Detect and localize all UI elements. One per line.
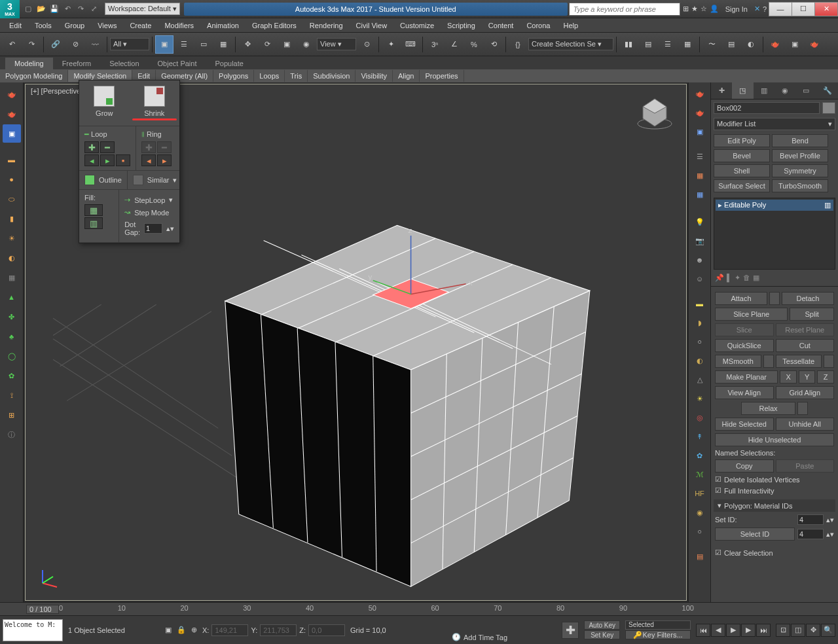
- teapot-icon[interactable]: 🫖: [3, 85, 21, 103]
- sphere-b-icon[interactable]: ◉: [691, 504, 708, 521]
- attach-button[interactable]: Attach: [715, 292, 767, 305]
- aperture-icon[interactable]: ✿: [3, 367, 21, 385]
- close-button[interactable]: ✕: [814, 2, 838, 16]
- xview-button[interactable]: ◫: [791, 624, 805, 637]
- shrink-button[interactable]: Shrink: [130, 80, 180, 126]
- percent-snap-button[interactable]: %: [465, 35, 483, 54]
- loop-extright[interactable]: ▸: [100, 154, 115, 166]
- msmooth-settings[interactable]: [763, 355, 774, 368]
- face2-icon[interactable]: ☺: [691, 270, 708, 287]
- bulb-yellow-icon[interactable]: 💡: [691, 213, 708, 230]
- unhideall-button[interactable]: Unhide All: [776, 418, 835, 431]
- sliceplane-button[interactable]: Slice Plane: [715, 308, 788, 321]
- target-icon[interactable]: ◎: [691, 409, 708, 426]
- subtab-subdivision[interactable]: Subdivision: [308, 70, 355, 82]
- modbtn-symmetry[interactable]: Symmetry: [772, 164, 828, 177]
- info-icon[interactable]: ⓘ: [3, 425, 21, 444]
- keyfilters-button[interactable]: 🔑 Key Filters...: [625, 630, 691, 639]
- zoom-button[interactable]: 🔍: [821, 624, 835, 637]
- minimize-button[interactable]: —: [769, 2, 792, 16]
- planar-x-button[interactable]: X: [780, 370, 797, 384]
- add-time-tag[interactable]: Add Time Tag: [464, 634, 507, 641]
- teapot-orange-icon[interactable]: 🫖: [691, 104, 708, 121]
- setid-input[interactable]: [797, 514, 824, 525]
- clear-selection-checkbox[interactable]: ☑Clear Selection: [715, 548, 834, 557]
- dome-icon[interactable]: ◗: [691, 314, 708, 331]
- help-icon[interactable]: ?: [763, 5, 767, 13]
- menu-modifiers[interactable]: Modifiers: [158, 20, 200, 31]
- new-icon[interactable]: ▢: [22, 3, 34, 15]
- utilities-tab[interactable]: 🔧: [817, 82, 838, 99]
- set-key-big[interactable]: ✚: [562, 622, 579, 639]
- unique-icon[interactable]: ✦: [735, 274, 740, 282]
- hideunselected-button[interactable]: Hide Unselected: [715, 433, 834, 446]
- rectangle-select-button[interactable]: ▭: [194, 35, 213, 54]
- setkey-button[interactable]: Set Key: [584, 630, 620, 639]
- teapot-white-icon[interactable]: 🫖: [691, 85, 708, 102]
- tessellate-button[interactable]: Tessellate: [776, 355, 822, 368]
- curve-editor-button[interactable]: 〜: [702, 35, 721, 54]
- planar-y-button[interactable]: Y: [799, 370, 816, 384]
- display-tab[interactable]: ▭: [795, 82, 816, 99]
- timeline[interactable]: 0 / 100 0102030405060708090100: [0, 603, 838, 616]
- mirror-button[interactable]: ▮▮: [619, 35, 638, 54]
- loop-extleft[interactable]: ◂: [84, 154, 99, 166]
- modbtn-bend[interactable]: Bend: [772, 134, 828, 147]
- schematic-button[interactable]: ▤: [722, 35, 740, 54]
- link-icon[interactable]: ⤢: [88, 3, 100, 15]
- autokey-button[interactable]: Auto Key: [584, 620, 620, 630]
- modbtn-turbosmooth[interactable]: TurboSmooth: [772, 179, 828, 192]
- tab-modeling[interactable]: Modeling: [5, 58, 53, 69]
- modifier-list-dropdown[interactable]: Modifier List▾: [714, 118, 835, 130]
- face-icon[interactable]: ☻: [691, 251, 708, 268]
- pivot-button[interactable]: ⊙: [357, 35, 376, 54]
- redo-icon[interactable]: ↷: [75, 3, 86, 15]
- tessellate-settings[interactable]: [824, 355, 834, 368]
- selectid-button[interactable]: Select ID: [715, 528, 795, 541]
- angle-snap-button[interactable]: ∠: [445, 35, 464, 54]
- placement-button[interactable]: ◉: [297, 35, 316, 54]
- object-name-input[interactable]: [714, 102, 820, 114]
- modbtn-shell[interactable]: Shell: [714, 164, 770, 177]
- grass-icon[interactable]: ℳ: [691, 466, 708, 483]
- search-input[interactable]: [569, 3, 680, 16]
- goto-end-button[interactable]: ⏭: [756, 624, 771, 637]
- sun-icon[interactable]: ☀: [691, 390, 708, 407]
- timetag-icon[interactable]: 🕐: [452, 633, 461, 641]
- rotate-button[interactable]: ⟳: [258, 35, 276, 54]
- dotgap-input[interactable]: [144, 223, 162, 234]
- menu-animation[interactable]: Animation: [200, 20, 246, 31]
- select-name-button[interactable]: ☰: [175, 35, 193, 54]
- menu-create[interactable]: Create: [123, 20, 158, 31]
- cone-icon[interactable]: △: [691, 371, 708, 388]
- menu-help[interactable]: Help: [556, 20, 585, 31]
- move-button[interactable]: ✥: [238, 35, 257, 54]
- clover-icon[interactable]: ✤: [3, 308, 21, 326]
- menu-tools[interactable]: Tools: [28, 20, 58, 31]
- remove-icon[interactable]: 🗑: [743, 274, 750, 282]
- ring-extleft[interactable]: ◂: [141, 154, 156, 166]
- show-icon[interactable]: ▌: [727, 274, 732, 282]
- maxscript-prompt[interactable]: Welcome to M:: [3, 619, 63, 641]
- scale-button[interactable]: ▣: [278, 35, 296, 54]
- subtab-polygons[interactable]: Polygons: [213, 70, 254, 82]
- play-button[interactable]: ▶: [726, 624, 740, 637]
- stack-item-editablepoly[interactable]: ▸ Editable Poly ▥: [716, 200, 833, 211]
- gear-blue-icon[interactable]: ✿: [691, 447, 708, 464]
- panel-icon[interactable]: ▤: [691, 548, 708, 565]
- redo-button[interactable]: ↷: [22, 35, 41, 54]
- tab-freeform[interactable]: Freeform: [53, 58, 101, 69]
- sign-in-link[interactable]: Sign In: [721, 5, 752, 13]
- delete-isolated-checkbox[interactable]: ☑Delete Isolated Vertices: [715, 475, 834, 484]
- similar-button[interactable]: Similar ▾: [127, 171, 183, 189]
- modifier-stack[interactable]: ▸ Editable Poly ▥: [714, 198, 835, 270]
- subtab-visibility[interactable]: Visibility: [355, 70, 393, 82]
- modbtn-bevelprofile[interactable]: Bevel Profile: [772, 149, 828, 162]
- object-color-swatch[interactable]: [822, 102, 835, 114]
- x-coord[interactable]: 149,21: [211, 624, 248, 636]
- scene-icon[interactable]: ▣: [691, 123, 708, 140]
- subtab-properties[interactable]: Properties: [420, 70, 464, 82]
- fill-2[interactable]: ▥: [84, 217, 103, 229]
- hideselected-button[interactable]: Hide Selected: [715, 418, 774, 431]
- tree-icon[interactable]: ▲: [3, 288, 21, 306]
